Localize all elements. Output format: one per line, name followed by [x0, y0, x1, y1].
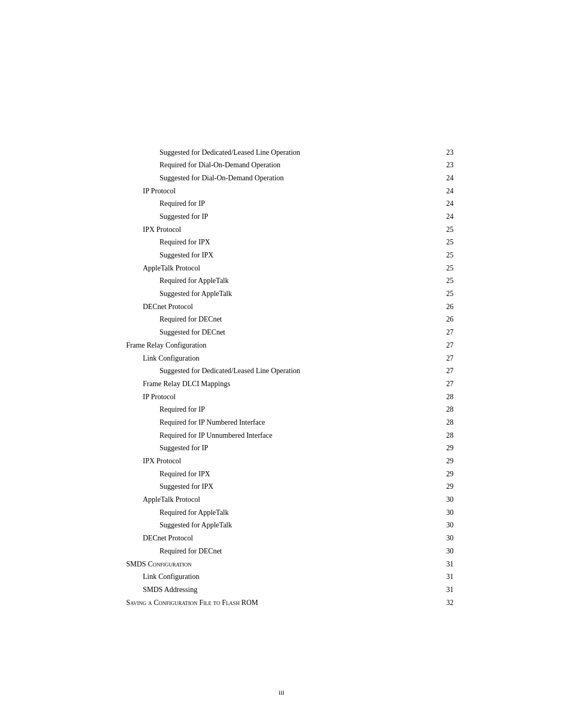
toc-page-number: 31 [421, 558, 454, 571]
toc-page-number: 25 [421, 249, 454, 262]
toc-page-number: 25 [421, 275, 454, 288]
list-item: Suggested for IP29 [109, 442, 454, 455]
toc-entry-text: Suggested for Dedicated/Leased Line Oper… [109, 146, 421, 159]
list-item: Suggested for IP24 [109, 210, 454, 223]
toc-entry-text: Link Configuration [109, 571, 421, 584]
list-item: DECnet Protocol30 [109, 532, 454, 545]
list-item: Suggested for AppleTalk25 [109, 288, 454, 301]
toc-page-number: 29 [421, 480, 454, 493]
list-item: SMDS Addressing31 [109, 583, 454, 596]
toc-entry-text: Required for IP [109, 198, 421, 211]
toc-page-number: 23 [421, 159, 454, 172]
toc-page-number: 25 [421, 288, 454, 301]
toc-page-number: 31 [421, 583, 454, 596]
list-item: IP Protocol28 [109, 390, 454, 403]
toc-entry-text: DECnet Protocol [109, 532, 421, 545]
list-item: Link Configuration27 [109, 352, 454, 365]
list-item: DECnet Protocol26 [109, 300, 454, 313]
toc-page-number: 30 [421, 532, 454, 545]
toc-entry-text: Required for IP Numbered Interface [109, 416, 421, 429]
toc-entry-text: Frame Relay Configuration [109, 339, 421, 352]
list-item: AppleTalk Protocol30 [109, 493, 454, 507]
toc-page-number: 24 [421, 198, 454, 211]
toc-entry-text: Required for DECnet [109, 313, 421, 326]
toc-page-number: 28 [421, 390, 454, 403]
toc-entry-text: Suggested for AppleTalk [109, 519, 421, 532]
toc-page-number: 30 [421, 545, 454, 558]
toc-entry-text: Suggested for Dial-On-Demand Operation [109, 171, 421, 184]
toc-page-number: 27 [421, 339, 454, 352]
list-item: Suggested for Dial-On-Demand Operation24 [109, 171, 454, 184]
toc-page-number: 31 [421, 571, 454, 584]
toc-page-number: 24 [421, 210, 454, 223]
toc-entry-text: Frame Relay DLCI Mappings [109, 377, 421, 390]
page-footer: iii [78, 688, 485, 697]
toc-page-number: 25 [421, 262, 454, 275]
toc-page-number: 25 [421, 223, 454, 236]
toc-entry-text: AppleTalk Protocol [109, 262, 421, 275]
list-item: Suggested for IPX25 [109, 249, 454, 262]
toc-page-number: 27 [421, 352, 454, 365]
toc-page-number: 30 [421, 493, 454, 507]
toc-entry-text: DECnet Protocol [109, 300, 421, 313]
page-number: iii [279, 688, 285, 696]
toc-entry-text: Required for IP [109, 403, 421, 416]
toc-entry-text: IPX Protocol [109, 455, 421, 468]
toc-entry-text: Saving a Configuration File to Flash ROM [109, 596, 421, 609]
toc-entry-text: Suggested for IP [109, 210, 421, 223]
list-item: AppleTalk Protocol25 [109, 262, 454, 275]
toc-entry-text: IPX Protocol [109, 223, 421, 236]
toc-page-number: 28 [421, 416, 454, 429]
toc-entry-text: Suggested for Dedicated/Leased Line Oper… [109, 365, 421, 378]
toc-page-number: 24 [421, 171, 454, 184]
list-item: Saving a Configuration File to Flash ROM… [109, 596, 454, 609]
toc-entry-text: IP Protocol [109, 184, 421, 198]
toc-page-number: 27 [421, 365, 454, 378]
toc-page-number: 25 [421, 236, 454, 249]
toc-entry-text: Suggested for DECnet [109, 326, 421, 339]
list-item: Required for IP Numbered Interface28 [109, 416, 454, 429]
toc-entry-text: SMDS Addressing [109, 583, 421, 596]
list-item: Required for AppleTalk25 [109, 275, 454, 288]
list-item: Suggested for AppleTalk30 [109, 519, 454, 532]
list-item: Required for IP28 [109, 403, 454, 416]
toc-page-number: 27 [421, 326, 454, 339]
toc-page-number: 23 [421, 146, 454, 159]
toc-page-number: 28 [421, 429, 454, 442]
list-item: IP Protocol24 [109, 184, 454, 198]
toc-entry-text: Required for IPX [109, 236, 421, 249]
toc-entry-text: Suggested for IP [109, 442, 421, 455]
toc-entry-text: AppleTalk Protocol [109, 493, 421, 507]
toc-entry-text: Suggested for IPX [109, 480, 421, 493]
toc-page-number: 24 [421, 184, 454, 198]
toc-page-number: 29 [421, 455, 454, 468]
list-item: Required for IP24 [109, 198, 454, 211]
list-item: Required for IPX29 [109, 467, 454, 480]
toc-page-number: 30 [421, 519, 454, 532]
toc-entry-text: Required for AppleTalk [109, 275, 421, 288]
list-item: Required for DECnet26 [109, 313, 454, 326]
list-item: Suggested for IPX29 [109, 480, 454, 493]
toc-page-number: 29 [421, 442, 454, 455]
list-item: Frame Relay DLCI Mappings27 [109, 377, 454, 390]
toc-entry-text: Required for DECnet [109, 545, 421, 558]
list-item: Suggested for Dedicated/Leased Line Oper… [109, 365, 454, 378]
toc-page-number: 26 [421, 313, 454, 326]
list-item: Required for DECnet30 [109, 545, 454, 558]
toc-page-number: 27 [421, 377, 454, 390]
toc-table: Suggested for Dedicated/Leased Line Oper… [109, 146, 454, 609]
list-item: Frame Relay Configuration27 [109, 339, 454, 352]
list-item: Required for IPX25 [109, 236, 454, 249]
toc-entry-text: Required for IPX [109, 467, 421, 480]
toc-page-number: 30 [421, 506, 454, 519]
list-item: IPX Protocol25 [109, 223, 454, 236]
toc-entry-text: Required for AppleTalk [109, 506, 421, 519]
list-item: Suggested for Dedicated/Leased Line Oper… [109, 146, 454, 159]
toc-page-number: 26 [421, 300, 454, 313]
list-item: Link Configuration31 [109, 571, 454, 584]
toc-page-number: 29 [421, 467, 454, 480]
list-item: Required for Dial-On-Demand Operation23 [109, 159, 454, 172]
list-item: Required for IP Unnumbered Interface28 [109, 429, 454, 442]
toc-entry-text: Required for IP Unnumbered Interface [109, 429, 421, 442]
toc-entry-text: Required for Dial-On-Demand Operation [109, 159, 421, 172]
